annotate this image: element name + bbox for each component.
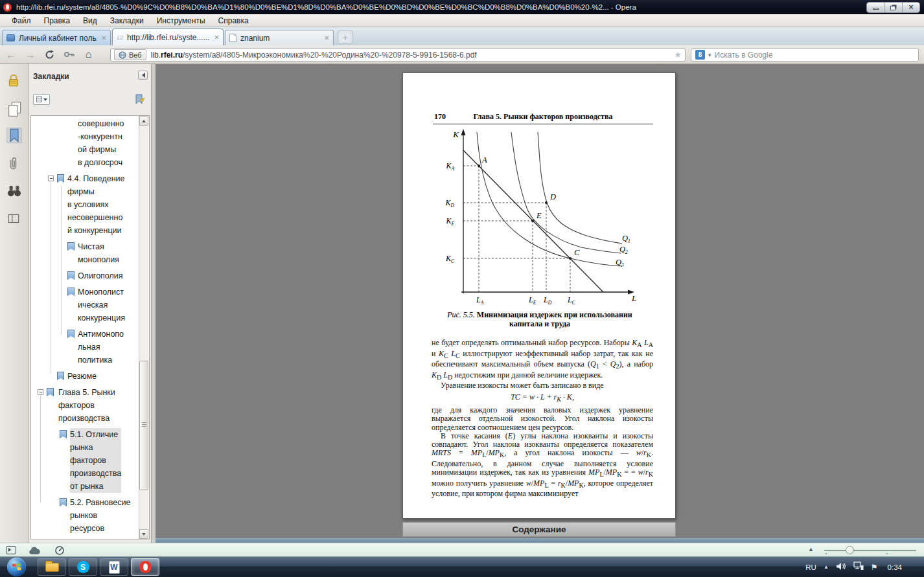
- search-panel-icon[interactable]: [6, 183, 22, 199]
- pdf-viewer: 170 Глава 5. Рынки факторов производства: [156, 64, 924, 543]
- clock[interactable]: 0:34: [888, 563, 902, 571]
- bookmark-item[interactable]: Чистая монополия: [31, 240, 149, 266]
- web-badge[interactable]: Веб: [114, 49, 146, 60]
- taskbar-explorer-button[interactable]: [38, 558, 66, 576]
- windows-panel-icon[interactable]: [6, 100, 22, 116]
- menu-view[interactable]: Вид: [76, 15, 104, 27]
- zoom-slider-handle[interactable]: [846, 546, 854, 554]
- add-bookmark-button[interactable]: [133, 93, 146, 106]
- skype-icon: S: [77, 561, 89, 573]
- taskbar-opera-button[interactable]: [131, 558, 159, 576]
- svg-text:LE: LE: [528, 295, 537, 306]
- bookmark-item[interactable]: 5.2. Равновесие рынков ресурсов: [31, 496, 149, 535]
- forward-button[interactable]: →: [21, 48, 39, 62]
- address-input[interactable]: Веб lib.rfei.ru/system/a8/4805-Микроэкон…: [110, 48, 686, 62]
- language-indicator[interactable]: RU: [805, 563, 816, 571]
- bookmark-item[interactable]: Олигополия: [31, 269, 149, 282]
- menu-bookmarks[interactable]: Закладки: [104, 15, 150, 27]
- paragraph: Уравнение изокосты может быть записано в…: [432, 381, 653, 390]
- contents-button[interactable]: Содержание: [402, 522, 676, 537]
- collapse-expander-icon[interactable]: [48, 175, 54, 181]
- svg-text:KC: KC: [445, 254, 455, 264]
- menu-tools[interactable]: Инструменты: [150, 15, 212, 27]
- reload-icon: [44, 49, 55, 60]
- view-options-dropdown[interactable]: [33, 94, 50, 105]
- minimize-button[interactable]: [867, 3, 884, 12]
- close-button[interactable]: ×: [902, 3, 919, 12]
- panel-toggle-icon[interactable]: [6, 546, 16, 554]
- scroll-thumb[interactable]: [139, 361, 148, 490]
- svg-text:LA: LA: [476, 295, 484, 306]
- start-button[interactable]: [7, 558, 26, 576]
- paragraph: не будет определять оптимальный набор ре…: [432, 339, 653, 381]
- tab-close-icon[interactable]: ×: [101, 35, 106, 41]
- bookmark-item[interactable]: Антимонопо льная политика: [31, 328, 149, 367]
- sidebar-title: Закладки: [33, 72, 69, 81]
- bookmarks-panel-icon[interactable]: [6, 128, 22, 143]
- restore-button[interactable]: [884, 3, 902, 12]
- sidebar-scrollbar[interactable]: [139, 116, 148, 539]
- hidden-icons-arrow-icon[interactable]: ▲: [824, 564, 829, 570]
- bookmark-icon: [57, 174, 64, 183]
- paragraph: В точке касания (E) углы наклона изокван…: [432, 432, 653, 499]
- bookmark-item[interactable]: Глава 5. Рынки факторов производства: [31, 386, 149, 425]
- volume-icon[interactable]: [836, 561, 846, 573]
- bookmark-item[interactable]: совершенно -конкурентн ой фирмы в долгос…: [31, 117, 149, 169]
- bookmark-icon: [57, 372, 64, 380]
- opera-logo-icon: [3, 3, 12, 12]
- zoom-menu-arrow-icon[interactable]: ▲: [808, 546, 814, 552]
- search-engine-dropdown-icon[interactable]: ▾: [708, 52, 711, 58]
- sidebar-splitter[interactable]: [151, 64, 156, 543]
- svg-text:LC: LC: [567, 295, 576, 306]
- tab-favicon: [6, 34, 15, 41]
- taskbar-skype-button[interactable]: S: [69, 558, 97, 576]
- opera-icon: [139, 561, 152, 573]
- action-center-flag-icon[interactable]: ⚑: [871, 563, 878, 572]
- collapse-expander-icon[interactable]: [38, 389, 43, 395]
- reload-button[interactable]: [41, 48, 58, 62]
- bookmark-icon: [67, 288, 75, 296]
- opera-turbo-icon[interactable]: [54, 545, 65, 558]
- page-body-text: не будет определять оптимальный набор ре…: [432, 339, 653, 498]
- scroll-down-button[interactable]: [139, 529, 148, 539]
- home-button[interactable]: ⌂: [80, 48, 97, 62]
- new-tab-button[interactable]: +: [338, 30, 353, 44]
- menu-edit[interactable]: Правка: [38, 15, 77, 27]
- figure-caption: Рис. 5.5. Минимизация издержек при испол…: [403, 310, 676, 328]
- svg-text:KE: KE: [445, 216, 454, 227]
- scroll-up-button[interactable]: [139, 116, 148, 126]
- bookmark-star-icon[interactable]: ★: [674, 50, 682, 60]
- tab-close-icon[interactable]: ×: [324, 35, 329, 41]
- back-button[interactable]: ←: [2, 48, 19, 62]
- taskbar-word-button[interactable]: W: [100, 558, 128, 576]
- network-icon[interactable]: [853, 561, 864, 573]
- search-input[interactable]: [715, 51, 914, 60]
- panels-layout-icon[interactable]: [6, 212, 22, 227]
- attachments-panel-icon[interactable]: [6, 156, 22, 172]
- bookmark-item[interactable]: Резюме: [31, 370, 149, 383]
- explorer-icon: [45, 563, 59, 572]
- bookmark-item[interactable]: Монополист ическая конкуренция: [31, 286, 149, 324]
- bookmark-icon: [47, 388, 54, 396]
- bookmark-icon: [67, 242, 75, 251]
- tab-pdf-active[interactable]: 12 http://lib.rfei.ru/syste...... ×: [112, 28, 224, 45]
- bookmark-item[interactable]: 4.4. Поведение фирмы в условиях несоверш…: [31, 172, 149, 237]
- menu-file[interactable]: Файл: [5, 15, 38, 27]
- bookmark-icon: [60, 498, 67, 506]
- tab-close-icon[interactable]: ×: [214, 34, 219, 41]
- tab-znanium[interactable]: znanium ×: [225, 30, 334, 45]
- svg-text:L: L: [631, 293, 636, 303]
- wand-password-button[interactable]: [60, 48, 78, 62]
- zoom-slider-track[interactable]: [824, 550, 916, 551]
- opera-link-cloud-icon[interactable]: [29, 546, 41, 558]
- bookmark-item-selected[interactable]: 5.1. Отличие рынка факторов производства…: [31, 428, 149, 493]
- search-field[interactable]: 8 ▾: [691, 48, 919, 62]
- menu-help[interactable]: Справка: [212, 15, 255, 27]
- svg-text:A: A: [481, 155, 487, 164]
- running-head: Глава 5. Рынки факторов производства: [433, 112, 653, 122]
- svg-text:Q2: Q2: [619, 245, 628, 255]
- lock-panel-icon[interactable]: [6, 73, 22, 89]
- tab-personal-cabinet[interactable]: Личный кабинет поль... ×: [2, 30, 111, 45]
- sidebar-collapse-button[interactable]: [138, 71, 148, 80]
- add-bookmark-icon: [133, 93, 146, 106]
